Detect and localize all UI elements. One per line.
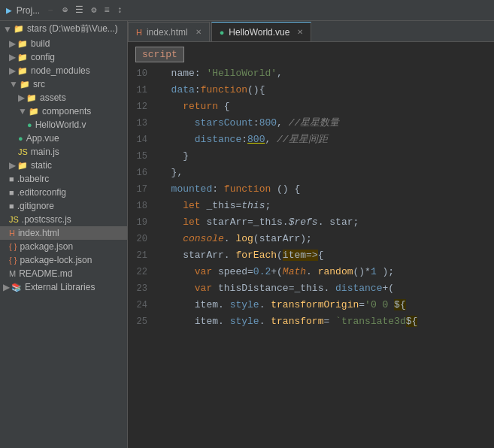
root-arrow: ▼	[3, 24, 12, 35]
line-num-12: 12	[128, 98, 156, 115]
toolbar-settings[interactable]: ⚙	[91, 5, 96, 16]
ext-libs-label: External Libraries	[25, 282, 95, 292]
line-content-25: item. style. transform= `translate3d${	[156, 313, 417, 330]
toolbar-split[interactable]: ↕	[117, 5, 123, 16]
postcssrc-label: .postcssrc.js	[22, 214, 71, 225]
code-line-21: 21 starArr. forEach(item=>{	[128, 247, 494, 264]
code-line-25: 25 item. style. transform= `translate3d$…	[128, 313, 494, 330]
title-bar: ▶ Proj... – ⊕ ☰ ⚙ ≡ ↕	[0, 0, 494, 21]
line-content-12: return {	[156, 98, 230, 115]
editorconfig-icon: ■	[9, 188, 14, 197]
assets-label: assets	[40, 92, 66, 103]
readme-icon: M	[9, 269, 16, 278]
tab-index-html[interactable]: H index.html ✕	[128, 22, 210, 41]
sidebar-item-app-vue[interactable]: ● App.vue	[0, 132, 127, 145]
babelrc-icon: ■	[9, 174, 14, 183]
line-content-24: item. style. transformOrigin='0 0 ${	[156, 297, 406, 313]
code-line-10: 10 name: 'HelloWorld',	[128, 65, 494, 82]
components-label: components	[42, 106, 91, 117]
helloworld-icon: ●	[27, 120, 32, 129]
sidebar-item-editorconfig[interactable]: ■ .editorconfig	[0, 186, 127, 199]
code-line-24: 24 item. style. transformOrigin='0 0 ${	[128, 297, 494, 313]
components-arrow: ▼	[18, 106, 27, 117]
line-content-10: name: 'HelloWorld',	[156, 65, 283, 82]
sidebar-item-readme[interactable]: M README.md	[0, 267, 127, 280]
package-json-label: package.json	[20, 241, 73, 252]
code-editor[interactable]: 10 name: 'HelloWorld', 11 data:function(…	[128, 65, 494, 448]
line-content-17: mounted: function () {	[156, 181, 300, 198]
package-json-icon: { }	[9, 242, 17, 251]
config-arrow: ▶	[9, 52, 16, 62]
tabs-bar: H index.html ✕ ● HelloWorld.vue ✕	[128, 21, 494, 42]
sidebar-item-helloworld[interactable]: ● HelloWorld.v	[0, 118, 127, 132]
build-arrow: ▶	[9, 38, 16, 49]
tab-helloworld-vue-close[interactable]: ✕	[297, 28, 303, 36]
sidebar-item-src[interactable]: ▼ 📁 src	[0, 77, 127, 91]
readme-label: README.md	[19, 268, 72, 279]
code-line-18: 18 let _this=this;	[128, 198, 494, 214]
script-label: script	[135, 47, 184, 62]
code-line-15: 15 }	[128, 148, 494, 165]
sidebar-item-package-lock-json[interactable]: { } package-lock.json	[0, 253, 127, 267]
line-content-16: },	[156, 165, 183, 181]
line-num-15: 15	[128, 148, 156, 165]
sidebar-item-postcssrc[interactable]: JS .postcssrc.js	[0, 213, 127, 226]
gitignore-label: .gitignore	[17, 201, 54, 211]
line-num-17: 17	[128, 181, 156, 198]
sidebar-item-config[interactable]: ▶ 📁 config	[0, 50, 127, 64]
line-num-11: 11	[128, 82, 156, 98]
sidebar-item-static[interactable]: ▶ 📁 static	[0, 159, 127, 172]
line-num-22: 22	[128, 264, 156, 280]
line-content-18: let _this=this;	[156, 198, 271, 214]
code-line-19: 19 let starArr=_this.$refs. star;	[128, 214, 494, 231]
line-content-21: starArr. forEach(item=>{	[156, 247, 323, 264]
app-vue-icon: ●	[18, 134, 23, 143]
package-lock-label: package-lock.json	[20, 255, 92, 265]
tab-helloworld-vue[interactable]: ● HelloWorld.vue ✕	[211, 22, 312, 41]
postcssrc-icon: JS	[9, 215, 19, 224]
code-line-23: 23 var thisDistance=_this. distance+(	[128, 280, 494, 297]
components-folder-icon: 📁	[29, 107, 39, 117]
sidebar-item-external-libs[interactable]: ▶ 📚 External Libraries	[0, 280, 127, 294]
project-icon: ▶	[6, 5, 12, 17]
static-folder-icon: 📁	[17, 161, 28, 171]
code-line-13: 13 starsCount:800, //星星数量	[128, 115, 494, 132]
tab-index-html-label: index.html	[147, 27, 188, 38]
main-js-label: main.js	[31, 147, 59, 157]
package-lock-icon: { }	[9, 256, 17, 265]
src-label: src	[33, 79, 45, 89]
sidebar-item-main-js[interactable]: JS main.js	[0, 145, 127, 159]
sidebar-root[interactable]: ▼ 📁 stars (D:\web前\Vue...)	[0, 21, 127, 37]
line-content-19: let starArr=_this.$refs. star;	[156, 214, 359, 231]
line-num-18: 18	[128, 198, 156, 214]
line-content-22: var speed=0.2+(Math. random()*1 );	[156, 264, 394, 280]
index-html-label: index.html	[18, 228, 59, 238]
sidebar-item-gitignore[interactable]: ■ .gitignore	[0, 199, 127, 213]
line-num-13: 13	[128, 115, 156, 132]
sidebar-item-node-modules[interactable]: ▶ 📁 node_modules	[0, 64, 127, 77]
static-label: static	[31, 160, 52, 171]
tab-index-html-close[interactable]: ✕	[195, 28, 202, 36]
sidebar-item-package-json[interactable]: { } package.json	[0, 240, 127, 253]
sidebar-item-assets[interactable]: ▶ 📁 assets	[0, 91, 127, 104]
editorconfig-label: .editorconfig	[17, 187, 66, 198]
main-area: ▼ 📁 stars (D:\web前\Vue...) ▶ 📁 build ▶ 📁…	[0, 21, 494, 448]
code-line-22: 22 var speed=0.2+(Math. random()*1 );	[128, 264, 494, 280]
node-folder-icon: 📁	[17, 66, 28, 76]
sidebar-item-components[interactable]: ▼ 📁 components	[0, 104, 127, 118]
assets-folder-icon: 📁	[26, 93, 37, 103]
code-line-14: 14 distance:800, //星星间距	[128, 132, 494, 148]
line-content-13: starsCount:800, //星星数量	[156, 115, 339, 132]
sidebar-item-babelrc[interactable]: ■ .babelrc	[0, 172, 127, 186]
sidebar-item-index-html[interactable]: H index.html	[0, 226, 127, 240]
line-content-23: var thisDistance=_this. distance+(	[156, 280, 394, 297]
toolbar-more[interactable]: ≡	[104, 5, 109, 16]
sidebar-item-build[interactable]: ▶ 📁 build	[0, 37, 127, 50]
line-num-25: 25	[128, 313, 156, 330]
node-arrow: ▶	[9, 65, 16, 76]
toolbar-menu[interactable]: ☰	[75, 5, 83, 16]
line-num-23: 23	[128, 280, 156, 297]
code-line-16: 16 },	[128, 165, 494, 181]
toolbar-home[interactable]: ⊕	[62, 5, 68, 16]
build-label: build	[31, 38, 50, 49]
